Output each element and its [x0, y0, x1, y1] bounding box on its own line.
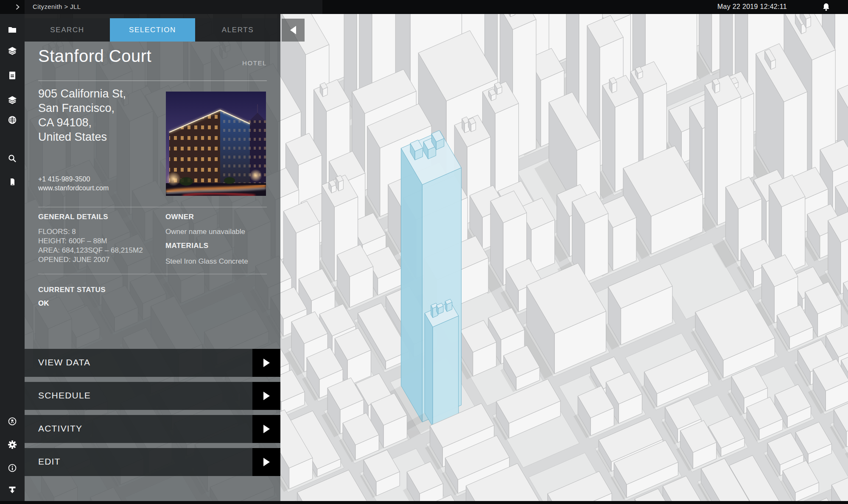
owner-value: Owner name unavailable — [165, 227, 245, 237]
general-details-heading: GENERAL DETAILS — [38, 213, 108, 221]
edit-arrow-button[interactable] — [252, 448, 280, 476]
schedule-row[interactable]: SCHEDULE — [25, 382, 280, 410]
general-details-rows: FLOORS: 8 HEIGHT: 600F – 88M AREA: 684,1… — [38, 227, 143, 265]
tab-search[interactable]: SEARCH — [25, 18, 110, 42]
clock: May 22 2019 12:42:11 — [717, 3, 787, 11]
arrow-right-icon — [263, 425, 270, 433]
owner-heading: OWNER — [165, 213, 194, 221]
app-window: Cityzenith > JLL May 22 2019 12:42:11 — [0, 0, 848, 504]
edit-label: EDIT — [38, 457, 61, 467]
view-data-row[interactable]: VIEW DATA — [25, 349, 280, 377]
building-name: Stanford Court — [38, 47, 151, 66]
activity-label: ACTIVITY — [38, 423, 82, 434]
divider — [38, 274, 267, 274]
status-value: OK — [38, 299, 49, 308]
website-link[interactable]: www.stanfordcourt.com — [38, 184, 109, 192]
gear-icon[interactable] — [8, 440, 17, 449]
view-data-label: VIEW DATA — [38, 357, 90, 368]
icon-rail — [0, 14, 25, 504]
materials-value: Steel Iron Glass Concrete — [165, 257, 248, 266]
download-icon[interactable] — [8, 485, 17, 494]
building-address: 905 California St, San Francisco, CA 941… — [38, 86, 126, 144]
building-contact: +1 415-989-3500 www.stanfordcourt.com — [38, 175, 109, 192]
detail-opened: OPENED: JUNE 2007 — [38, 255, 143, 265]
detail-height: HEIGHT: 600F – 88M — [38, 237, 143, 246]
arrow-left-icon — [290, 26, 296, 34]
building-category: HOTEL — [242, 59, 267, 67]
search-icon[interactable] — [8, 154, 17, 163]
detail-floors: FLOORS: 8 — [38, 227, 143, 237]
breadcrumb[interactable]: Cityzenith > JLL — [33, 3, 81, 10]
arrow-right-icon — [263, 359, 270, 367]
info-icon[interactable] — [8, 463, 17, 473]
building-photo — [166, 92, 266, 196]
status-heading: CURRENT STATUS — [38, 286, 106, 294]
divider — [38, 207, 267, 207]
address-line: San Francisco, — [38, 101, 126, 115]
folder-icon[interactable] — [8, 25, 17, 34]
activity-row[interactable]: ACTIVITY — [25, 415, 280, 443]
divider — [38, 81, 267, 81]
bell-icon[interactable] — [822, 3, 830, 11]
edit-row[interactable]: EDIT — [25, 448, 280, 476]
support-icon[interactable] — [8, 417, 17, 426]
schedule-arrow-button[interactable] — [252, 382, 280, 410]
tab-alerts[interactable]: ALERTS — [195, 18, 280, 42]
address-line: 905 California St, — [38, 86, 126, 101]
phone-number: +1 415-989-3500 — [38, 175, 109, 184]
layers-icon[interactable] — [8, 46, 17, 56]
document-icon[interactable] — [8, 71, 17, 80]
panel-collapse-button[interactable] — [282, 19, 305, 42]
arrow-right-icon — [263, 458, 270, 466]
mobile-icon[interactable] — [8, 177, 17, 187]
chevron-right-icon[interactable] — [15, 4, 20, 10]
panel-tabs: SEARCH SELECTION ALERTS — [25, 18, 280, 42]
schedule-label: SCHEDULE — [38, 390, 91, 401]
globe-icon[interactable] — [8, 115, 17, 125]
tab-selection[interactable]: SELECTION — [110, 18, 195, 42]
view-data-arrow-button[interactable] — [252, 349, 280, 377]
arrow-right-icon — [263, 392, 270, 400]
panel-body: Stanford Court HOTEL 905 California St, … — [25, 42, 280, 501]
address-line: CA 94108, — [38, 115, 126, 130]
detail-area: AREA: 684,123SQF – 68,215M2 — [38, 246, 143, 255]
top-bar: Cityzenith > JLL May 22 2019 12:42:11 — [0, 0, 848, 14]
bottom-edge-bar — [0, 501, 848, 504]
materials-heading: MATERIALS — [165, 242, 209, 250]
panel-top-shade — [25, 14, 280, 18]
address-line: United States — [38, 130, 126, 144]
selection-panel: SEARCH SELECTION ALERTS Stanford Court H… — [25, 14, 280, 501]
activity-arrow-button[interactable] — [252, 415, 280, 443]
layers-icon[interactable] — [8, 95, 17, 105]
